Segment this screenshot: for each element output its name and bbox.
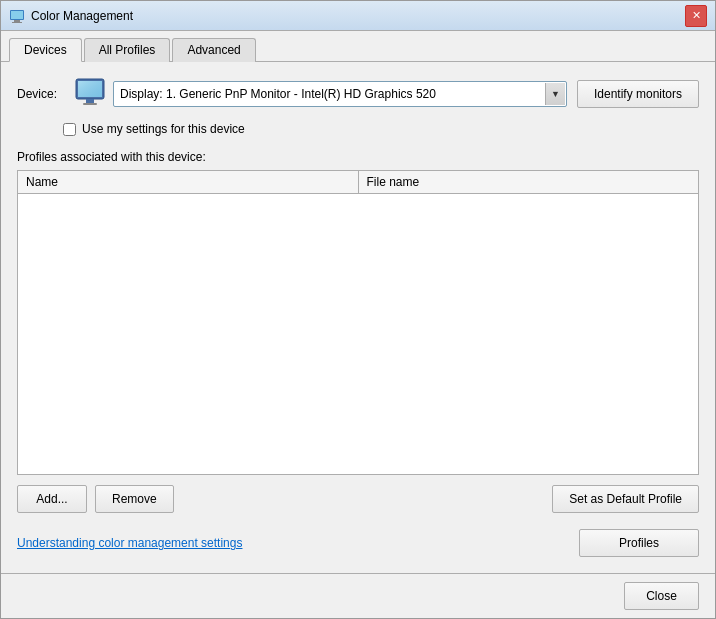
window-title: Color Management [31,9,685,23]
identify-monitors-button[interactable]: Identify monitors [577,80,699,108]
add-button[interactable]: Add... [17,485,87,513]
set-default-profile-button[interactable]: Set as Default Profile [552,485,699,513]
close-button[interactable]: Close [624,582,699,610]
profiles-button-wrapper: Profiles [579,529,699,557]
color-management-window: Color Management ✕ Devices All Profiles … [0,0,716,619]
profiles-button[interactable]: Profiles [579,529,699,557]
device-selector[interactable]: Display: 1. Generic PnP Monitor - Intel(… [113,81,567,107]
svg-rect-7 [86,99,94,103]
remove-button[interactable]: Remove [95,485,174,513]
use-my-settings-checkbox[interactable] [63,123,76,136]
profiles-table-body [18,194,698,394]
window-close-button[interactable]: ✕ [685,5,707,27]
identify-monitors-button-wrapper: Identify monitors [577,80,699,108]
use-my-settings-label[interactable]: Use my settings for this device [82,122,245,136]
profiles-section-label: Profiles associated with this device: [17,150,699,164]
footer: Close [1,573,715,618]
monitor-icon [75,78,113,110]
device-row: Device: Display: 1. Generic PnP Monitor … [17,78,699,110]
tab-advanced[interactable]: Advanced [172,38,255,62]
title-bar: Color Management ✕ [1,1,715,31]
col-name-header: Name [18,171,359,193]
profiles-table: Name File name [17,170,699,475]
col-filename-header: File name [359,171,699,193]
right-actions: Set as Default Profile [552,485,699,513]
use-my-settings-row: Use my settings for this device [63,122,699,136]
svg-rect-6 [78,81,102,97]
svg-rect-3 [12,22,22,23]
tab-bar: Devices All Profiles Advanced [1,31,715,62]
svg-rect-2 [14,20,20,22]
tab-content: Device: Display: 1. Generic PnP Monitor … [1,62,715,573]
bottom-row: Understanding color management settings … [17,529,699,557]
window-icon [9,8,25,24]
profiles-table-header: Name File name [18,171,698,194]
svg-rect-8 [83,103,97,105]
device-label: Device: [17,87,67,101]
svg-rect-1 [11,11,23,19]
color-management-link[interactable]: Understanding color management settings [17,536,242,550]
device-select-input[interactable]: Display: 1. Generic PnP Monitor - Intel(… [113,81,567,107]
tab-all-profiles[interactable]: All Profiles [84,38,171,62]
tab-devices[interactable]: Devices [9,38,82,62]
action-row: Add... Remove Set as Default Profile [17,485,699,513]
